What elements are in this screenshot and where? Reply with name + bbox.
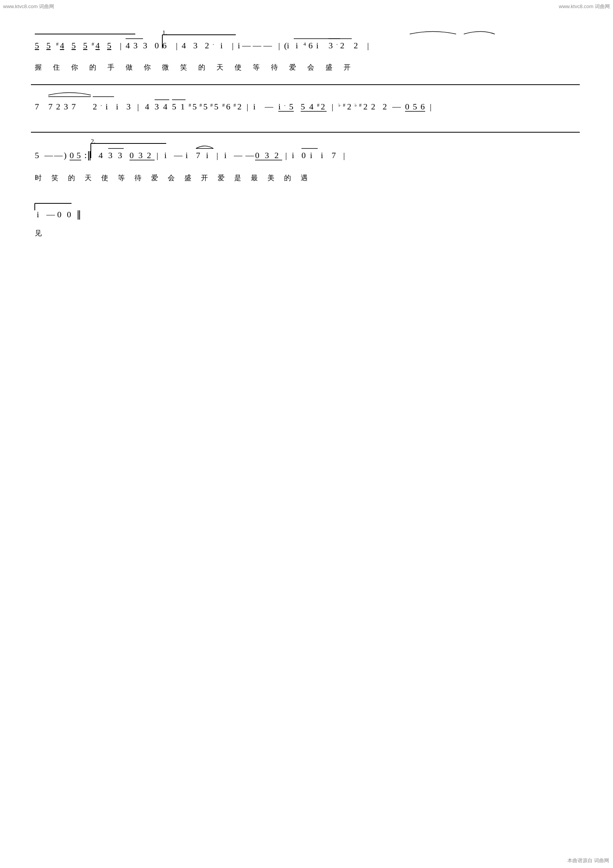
- svg-text:—: —: [233, 150, 243, 160]
- svg-text:2: 2: [56, 102, 60, 111]
- svg-text:7: 7: [72, 102, 76, 111]
- svg-text:#: #: [343, 102, 346, 108]
- svg-text:i: i: [206, 150, 208, 160]
- svg-text:5: 5: [413, 102, 417, 111]
- svg-text:3: 3: [193, 41, 198, 50]
- svg-text:0: 0: [405, 102, 409, 111]
- svg-text:#: #: [359, 102, 362, 108]
- svg-text:5: 5: [107, 41, 111, 50]
- score-row-2: 7 7 2 3 7 2 · i i 3 | 4 3 4 5 1 # 5: [31, 88, 582, 120]
- svg-text:5: 5: [214, 102, 218, 111]
- svg-text:4: 4: [309, 102, 313, 111]
- svg-text:5: 5: [72, 41, 76, 50]
- svg-text:2: 2: [205, 41, 209, 50]
- notation-row-2: 7 7 2 3 7 2 · i i 3 | 4 3 4 5 1 # 5: [31, 88, 580, 117]
- svg-text:2: 2: [383, 102, 387, 111]
- svg-text:#: #: [56, 41, 59, 47]
- score-row-1: 1. 5 5 # 4 5 5 # 4 5 | 4: [31, 27, 582, 73]
- svg-text:0: 0: [67, 210, 71, 219]
- svg-text:6: 6: [162, 41, 167, 50]
- svg-text:2: 2: [354, 41, 358, 50]
- svg-text:5: 5: [35, 41, 39, 50]
- svg-text:5: 5: [301, 102, 305, 111]
- svg-text:3: 3: [329, 41, 333, 50]
- svg-text:6: 6: [226, 102, 230, 111]
- svg-text:1: 1: [180, 102, 185, 111]
- svg-text:7: 7: [48, 102, 53, 111]
- svg-text:5: 5: [77, 150, 81, 160]
- svg-text:0: 0: [129, 150, 134, 160]
- svg-text:#: #: [222, 102, 225, 108]
- svg-text:2: 2: [274, 150, 279, 160]
- svg-text:2: 2: [237, 102, 242, 111]
- section-divider-2: [31, 132, 580, 133]
- svg-text:i: i: [310, 150, 312, 160]
- svg-text:#: #: [317, 102, 320, 108]
- svg-text:|: |: [216, 150, 218, 160]
- notation-row-4: i — 0 0 ‖: [31, 195, 186, 224]
- svg-text:4: 4: [145, 102, 149, 111]
- lyrics-row-1: 握 住 你 的 手 做 你 微 笑 的 天 使 等 待 爱 会 盛 开: [31, 62, 582, 73]
- watermark-right: www.ktvc8.com 词曲网: [559, 3, 610, 10]
- watermark-left: www.ktvc8.com 词曲网: [3, 3, 54, 10]
- svg-text:i: i: [37, 210, 39, 219]
- svg-text:·: ·: [336, 41, 338, 48]
- svg-text:|: |: [232, 41, 233, 50]
- svg-text:|: |: [343, 150, 345, 160]
- svg-text:2: 2: [371, 102, 375, 111]
- svg-text:♭: ♭: [338, 102, 341, 108]
- svg-text:i: i: [321, 150, 323, 160]
- score-container: 1. 5 5 # 4 5 5 # 4 5 | 4: [0, 0, 613, 274]
- svg-text:2: 2: [347, 102, 351, 111]
- svg-text::‖: :‖: [84, 150, 92, 160]
- svg-text:5: 5: [172, 102, 176, 111]
- svg-text:i: i: [116, 102, 118, 111]
- svg-text:—: —: [264, 102, 274, 111]
- svg-text:·: ·: [213, 41, 214, 48]
- svg-text:|: |: [430, 102, 431, 111]
- svg-text:4: 4: [60, 41, 64, 50]
- lyrics-row-4: 见: [31, 228, 582, 239]
- svg-text:i: i: [316, 41, 318, 50]
- svg-text:|: |: [285, 150, 287, 160]
- svg-text:i: i: [292, 150, 294, 160]
- svg-text:0: 0: [57, 210, 61, 219]
- svg-text:2: 2: [93, 102, 97, 111]
- svg-text:6: 6: [308, 41, 313, 50]
- svg-text:3: 3: [155, 102, 159, 111]
- svg-text:|: |: [176, 41, 177, 50]
- svg-text:4: 4: [95, 41, 100, 50]
- svg-text:): ): [64, 150, 66, 160]
- svg-text:4: 4: [303, 41, 306, 47]
- svg-text:0: 0: [255, 150, 259, 160]
- svg-text:—: —: [392, 102, 401, 111]
- svg-text:4: 4: [99, 150, 103, 160]
- svg-text:#: #: [199, 102, 202, 108]
- svg-text:i: i: [106, 102, 108, 111]
- svg-text:|: |: [137, 102, 139, 111]
- svg-text:i: i: [224, 150, 226, 160]
- svg-text:5: 5: [192, 102, 197, 111]
- svg-text:#: #: [189, 102, 191, 108]
- svg-text:#: #: [210, 102, 213, 108]
- svg-text:—: —: [44, 150, 53, 160]
- svg-text:4: 4: [163, 102, 167, 111]
- svg-text:3: 3: [108, 150, 112, 160]
- svg-text:|: |: [120, 41, 121, 50]
- svg-text:5: 5: [46, 41, 51, 50]
- svg-text:|: |: [332, 102, 333, 111]
- svg-text:i: i: [278, 102, 281, 111]
- svg-text:5: 5: [203, 102, 208, 111]
- svg-text:0: 0: [155, 41, 159, 50]
- svg-text:‖: ‖: [77, 209, 81, 220]
- svg-text:i: i: [186, 150, 188, 160]
- svg-text:|: |: [278, 41, 280, 50]
- svg-text:—: —: [54, 150, 63, 160]
- score-row-3: 2. 5 — — ) 0 5 :‖ 4 3 3 0 3 2: [31, 136, 582, 183]
- svg-text:3: 3: [64, 102, 68, 111]
- svg-text:—: —: [174, 150, 183, 160]
- svg-text:5: 5: [35, 150, 39, 160]
- svg-text:0: 0: [301, 150, 306, 160]
- notation-row-1: 1. 5 5 # 4 5 5 # 4 5 | 4: [31, 27, 580, 58]
- svg-text:0: 0: [70, 150, 74, 160]
